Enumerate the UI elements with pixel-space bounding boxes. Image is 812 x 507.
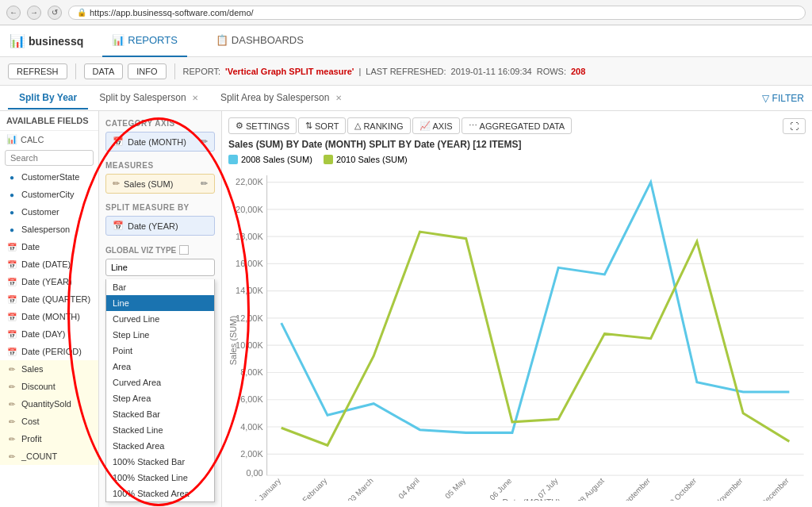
tab-close-salesperson[interactable]: ✕ — [192, 94, 198, 102]
dropdown-item-stacked-line[interactable]: Stacked Line — [106, 422, 214, 438]
viz-type-checkbox[interactable] — [179, 245, 189, 255]
nav-dashboards[interactable]: 📋 DASHBOARDS — [206, 25, 313, 57]
tab-split-year-label: Split By Year — [19, 92, 77, 103]
sidebar-calc[interactable]: 📊 CALC — [0, 131, 98, 148]
sidebar-item-date[interactable]: 📅 Date — [0, 238, 98, 255]
chart-toolbar: ⚙ SETTINGS ⇅ SORT △ RANKING 📈 AXIS ⋯ AGG… — [228, 117, 806, 134]
dropdown-item-stacked-bar[interactable]: Stacked Bar — [106, 406, 214, 422]
dropdown-item-step-line[interactable]: Step Line — [106, 327, 214, 343]
svg-text:Date (MONTH): Date (MONTH) — [503, 497, 561, 501]
dropdown-item-curved-line[interactable]: Curved Line — [106, 311, 214, 327]
edit-icon[interactable]: ✏ — [201, 179, 208, 189]
axis-icon: 📈 — [419, 121, 431, 131]
sidebar-item-customer[interactable]: ● Customer — [0, 203, 98, 221]
dropdown-item-bar[interactable]: Bar — [106, 279, 214, 295]
dropdown-item-100-stacked-area[interactable]: 100% Stacked Area — [106, 486, 214, 501]
legend-2010: 2010 Sales (SUM) — [324, 155, 408, 164]
filter-button[interactable]: ▽ FILTER — [762, 93, 804, 104]
sort-icon: ⇅ — [305, 121, 312, 131]
dropdown-item-100-stacked-bar[interactable]: 100% Stacked Bar — [106, 454, 214, 470]
toolbar: REFRESH DATA INFO REPORT: 'Vertical Grap… — [0, 57, 812, 86]
tab-split-year[interactable]: Split By Year — [8, 87, 88, 109]
nav-reports[interactable]: 📊 REPORTS — [102, 25, 187, 57]
expand-button[interactable]: ⛶ — [783, 118, 806, 134]
measures-field[interactable]: ✏ Sales (SUM) ✏ — [105, 174, 215, 194]
brand-icon: 📊 — [10, 33, 25, 48]
viz-dropdown-menu[interactable]: Bar Line Curved Line Step Line Point Are… — [105, 279, 215, 502]
sidebar-item-date-month[interactable]: 📅 Date (MONTH) — [0, 308, 98, 325]
sort-button[interactable]: ⇅ SORT — [298, 117, 346, 134]
dropdown-item-curved-area[interactable]: Curved Area — [106, 374, 214, 390]
sidebar-item-date-day[interactable]: 📅 Date (DAY) — [0, 325, 98, 343]
sidebar-item-label: Cost — [21, 417, 40, 426]
svg-text:20,00K: 20,00K — [236, 205, 263, 214]
dim-icon: ● — [6, 190, 17, 199]
sidebar-item-salesperson[interactable]: ● Salesperson — [0, 221, 98, 238]
aggregated-button[interactable]: ⋯ AGGREGATED DATA — [462, 117, 573, 134]
dropdown-item-line[interactable]: Line — [106, 295, 214, 311]
sidebar-item-qty-sold[interactable]: ✏ QuantitySold — [0, 395, 98, 413]
category-axis-field[interactable]: 📅 Date (MONTH) ✏ — [105, 132, 215, 152]
svg-text:Sales (SUM): Sales (SUM) — [228, 316, 238, 365]
url-bar[interactable]: 🔒 https://app.businessq-software.com/dem… — [68, 6, 806, 20]
svg-text:08 August: 08 August — [576, 476, 606, 501]
svg-text:12 December: 12 December — [752, 476, 791, 501]
info-button[interactable]: INFO — [128, 63, 166, 79]
aggregated-label: AGGREGATED DATA — [480, 121, 565, 131]
sidebar-search-input[interactable] — [5, 150, 94, 166]
tab-close-area[interactable]: ✕ — [335, 94, 342, 102]
sidebar-item-customer-state[interactable]: ● CustomerState — [0, 168, 98, 186]
svg-text:10 October: 10 October — [665, 476, 699, 501]
back-button[interactable]: ← — [6, 6, 21, 20]
separator-dot: | — [358, 67, 361, 76]
svg-text:10,00K: 10,00K — [236, 340, 263, 350]
url-text: https://app.businessq-software.com/demo/ — [90, 8, 254, 17]
svg-text:0,00: 0,00 — [246, 468, 262, 478]
data-button[interactable]: DATA — [84, 63, 124, 79]
main-layout: AVAILABLE FIELDS 📊 CALC ● CustomerState … — [0, 111, 812, 507]
chart-title: Sales (SUM) BY Date (MONTH) SPLIT BY Dat… — [228, 139, 806, 150]
category-axis-value: Date (MONTH) — [128, 137, 186, 147]
sidebar-item-count[interactable]: ✏ _COUNT — [0, 447, 98, 465]
calendar-icon: 📅 — [6, 295, 17, 304]
settings-button[interactable]: ⚙ SETTINGS — [228, 117, 297, 134]
svg-text:01 January: 01 January — [249, 476, 282, 501]
category-icon: 📅 — [113, 136, 124, 147]
forward-button[interactable]: → — [27, 6, 41, 20]
calendar-icon: 📅 — [6, 313, 17, 321]
settings-icon: ⚙ — [236, 121, 243, 131]
filter-icon: ▽ — [762, 93, 769, 104]
viz-type-select[interactable]: Line — [105, 259, 215, 276]
sidebar-item-cost[interactable]: ✏ Cost — [0, 413, 98, 430]
filter-label: FILTER — [772, 93, 804, 104]
ranking-icon: △ — [354, 121, 361, 131]
dropdown-item-stacked-area[interactable]: Stacked Area — [106, 438, 214, 454]
svg-text:14,00K: 14,00K — [236, 286, 263, 295]
tab-split-salesperson[interactable]: Split by Salesperson ✕ — [88, 87, 209, 109]
sidebar-item-sales[interactable]: ✏ Sales — [0, 360, 98, 378]
sidebar-item-discount[interactable]: ✏ Discount — [0, 378, 98, 395]
sidebar-item-label: Customer — [21, 207, 59, 217]
dropdown-item-point[interactable]: Point — [106, 343, 214, 359]
dropdown-item-100-stacked-line[interactable]: 100% Stacked Line — [106, 470, 214, 486]
sidebar-item-profit[interactable]: ✏ Profit — [0, 430, 98, 447]
sidebar-item-date-quarter[interactable]: 📅 Date (QUARTER) — [0, 290, 98, 308]
axis-button[interactable]: 📈 AXIS — [412, 117, 460, 134]
svg-text:11 November: 11 November — [706, 476, 745, 501]
dropdown-item-area[interactable]: Area — [106, 359, 214, 374]
sidebar-item-date-date[interactable]: 📅 Date (DATE) — [0, 255, 98, 273]
refresh-button[interactable]: REFRESH — [8, 63, 67, 79]
split-measure-field[interactable]: 📅 Date (YEAR) — [105, 216, 215, 236]
sidebar-item-label: CustomerCity — [21, 190, 75, 199]
svg-text:07 July: 07 July — [536, 476, 560, 500]
edit-icon[interactable]: ✏ — [201, 136, 208, 147]
dropdown-item-step-area[interactable]: Step Area — [106, 390, 214, 406]
reload-button[interactable]: ↺ — [48, 6, 62, 20]
ranking-button[interactable]: △ RANKING — [347, 117, 410, 134]
svg-text:6,00K: 6,00K — [240, 394, 263, 404]
sidebar-item-customer-city[interactable]: ● CustomerCity — [0, 186, 98, 203]
legend-color-2008 — [228, 155, 238, 164]
tab-split-area[interactable]: Split Area by Salesperson ✕ — [209, 87, 353, 109]
sidebar-item-date-period[interactable]: 📅 Date (PERIOD) — [0, 343, 98, 360]
sidebar-item-date-year[interactable]: 📅 Date (YEAR) — [0, 273, 98, 290]
